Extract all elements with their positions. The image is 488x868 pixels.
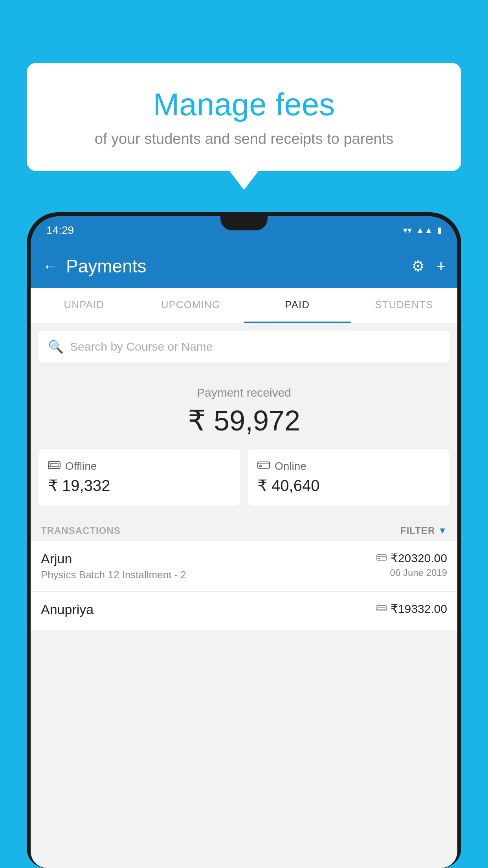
transaction-amount-row-anupriya: ₹19332.00 [376, 602, 447, 616]
filter-icon: ▼ [438, 526, 447, 536]
svg-rect-1 [50, 463, 58, 467]
svg-rect-13 [378, 607, 385, 610]
bubble-title: Manage fees [58, 86, 430, 123]
phone-inner: 14:29 ▾▾ ▲▲ ▮ ← Payments ⚙ + [31, 216, 457, 868]
transaction-left-anupriya: Anupriya [41, 602, 376, 620]
transaction-row-anupriya[interactable]: Anupriya [31, 592, 457, 630]
transaction-left-arjun: Arjun Physics Batch 12 Installment - 2 [41, 551, 376, 581]
svg-rect-8 [259, 465, 262, 467]
payment-received-label: Payment received [39, 386, 449, 399]
transaction-icon-anupriya [376, 603, 387, 614]
filter-button[interactable]: FILTER ▼ [400, 525, 447, 536]
speech-bubble: Manage fees of your students and send re… [27, 63, 461, 171]
online-card-header: Online [257, 460, 440, 473]
transaction-name-anupriya: Anupriya [41, 602, 376, 617]
transactions-header: TRANSACTIONS FILTER ▼ [31, 517, 457, 541]
payment-received: Payment received ₹ 59,972 [31, 370, 457, 449]
offline-card: Offline ₹ 19,332 [39, 449, 240, 506]
tab-students[interactable]: STUDENTS [351, 288, 458, 323]
payment-cards: Offline ₹ 19,332 [31, 449, 457, 517]
app-bar: ← Payments ⚙ + [31, 245, 457, 288]
transaction-row-arjun[interactable]: Arjun Physics Batch 12 Installment - 2 [31, 541, 457, 592]
offline-icon [48, 460, 61, 473]
transaction-amount-arjun: ₹20320.00 [391, 551, 447, 565]
app-bar-left: ← Payments [42, 256, 147, 277]
app-bar-right: ⚙ + [411, 257, 446, 275]
transaction-amount-row-arjun: ₹20320.00 [376, 551, 447, 565]
svg-rect-6 [258, 462, 270, 468]
tab-upcoming[interactable]: UPCOMING [138, 288, 244, 323]
search-bar[interactable]: 🔍 Search by Course or Name [39, 331, 449, 362]
settings-icon[interactable]: ⚙ [411, 257, 425, 275]
tabs: UNPAID UPCOMING PAID STUDENTS [31, 288, 457, 323]
offline-label: Offline [65, 460, 97, 473]
transaction-course-arjun: Physics Batch 12 Installment - 2 [41, 569, 376, 581]
back-button[interactable]: ← [42, 257, 58, 275]
online-icon [257, 460, 270, 473]
speech-bubble-container: Manage fees of your students and send re… [27, 63, 461, 171]
payment-received-amount: ₹ 59,972 [39, 404, 449, 437]
search-icon: 🔍 [48, 339, 64, 354]
tab-unpaid[interactable]: UNPAID [31, 288, 138, 323]
app-bar-title: Payments [66, 256, 147, 277]
svg-rect-12 [377, 605, 386, 611]
svg-rect-9 [377, 555, 386, 560]
wifi-icon: ▾▾ [403, 225, 412, 235]
transactions-label: TRANSACTIONS [41, 525, 121, 536]
offline-amount: ₹ 19,332 [48, 476, 231, 495]
status-time: 14:29 [46, 224, 74, 237]
notch [220, 216, 268, 230]
phone-frame: 14:29 ▾▾ ▲▲ ▮ ← Payments ⚙ + [27, 212, 461, 868]
filter-label: FILTER [400, 525, 435, 536]
transaction-date-arjun: 06 June 2019 [376, 567, 447, 578]
transaction-right-arjun: ₹20320.00 06 June 2019 [376, 551, 447, 578]
online-card: Online ₹ 40,640 [248, 449, 449, 506]
tab-paid[interactable]: PAID [244, 288, 351, 323]
offline-card-header: Offline [48, 460, 231, 473]
transaction-icon-arjun [376, 553, 387, 564]
status-icons: ▾▾ ▲▲ ▮ [403, 225, 442, 235]
screen-content: 🔍 Search by Course or Name Payment recei… [31, 323, 457, 868]
online-amount: ₹ 40,640 [257, 476, 440, 495]
svg-rect-11 [378, 558, 380, 559]
status-bar: 14:29 ▾▾ ▲▲ ▮ [31, 216, 457, 245]
transaction-right-anupriya: ₹19332.00 [376, 602, 447, 618]
signal-icon: ▲▲ [416, 225, 433, 235]
transaction-name-arjun: Arjun [41, 551, 376, 566]
transaction-amount-anupriya: ₹19332.00 [391, 602, 447, 616]
add-icon[interactable]: + [437, 257, 446, 275]
search-placeholder: Search by Course or Name [70, 340, 213, 353]
online-label: Online [275, 460, 306, 473]
battery-icon: ▮ [437, 225, 442, 235]
bubble-subtitle: of your students and send receipts to pa… [58, 131, 430, 147]
